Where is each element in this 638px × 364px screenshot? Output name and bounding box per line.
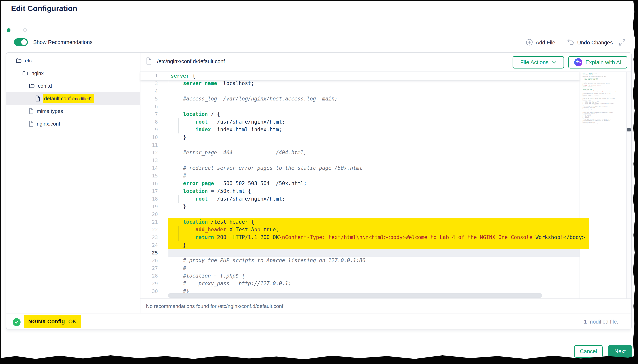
modified-files-note: 1 modified file. [584, 314, 618, 329]
file-icon [35, 96, 40, 102]
minimap[interactable]: server { listen 80 default_server; serve… [581, 73, 626, 191]
footer-divider [0, 334, 638, 334]
code-line-9: index index.html index.htm; [168, 126, 589, 134]
recommendations-footer: No recommendations found for /etc/nginx/… [141, 298, 631, 313]
tree-item-suffix: (modified) [72, 96, 92, 101]
code-line-8: root /usr/share/nginx/html; [168, 118, 589, 126]
tree-item-label: nginx.conf [37, 121, 60, 127]
line-number: 15 [141, 172, 159, 180]
next-button[interactable]: Next [608, 345, 632, 358]
code-line-12: #error_page 404 /404.html; [168, 149, 589, 156]
tree-item-nginx[interactable]: nginx [6, 67, 140, 80]
cancel-button[interactable]: Cancel [574, 345, 603, 358]
code-line-4 [168, 87, 589, 95]
step-2-dot[interactable] [23, 28, 27, 32]
toggle-knob [21, 39, 27, 45]
horizontal-scrollbar[interactable] [168, 293, 542, 298]
line-number: 25 [141, 249, 159, 256]
line-number: 18 [141, 195, 159, 203]
status-bar: NGINX Config OK 1 modified file. [6, 313, 631, 329]
code-line-29: # proxy_pass http://127.0.0.1; [168, 280, 589, 288]
code-line-6 [168, 103, 589, 110]
line-number: 9 [141, 126, 159, 134]
code-line-20 [168, 210, 589, 218]
code-editor[interactable]: 3456789101112131415161718192021222324252… [141, 72, 631, 298]
tree-item-default-conf[interactable]: default.conf(modified) [6, 92, 140, 105]
folder-icon [22, 71, 28, 76]
configuration-panel: etcnginxconf.ddefault.conf(modified)mime… [6, 52, 632, 330]
code-line-22: add_header X-Test-App true; [168, 226, 589, 234]
add-file-button[interactable]: Add File [526, 39, 555, 46]
undo-icon [567, 39, 574, 46]
code-line-25 [168, 249, 579, 256]
expand-dialog-button[interactable] [619, 39, 626, 47]
page-title: Edit Configuration [11, 4, 77, 13]
line-number: 5 [141, 95, 159, 103]
line-number: 13 [141, 156, 159, 164]
window-border-left [0, 0, 1, 364]
screenshot-tear-bottom [0, 354, 638, 364]
code-line-28: #location ~ \.php$ { [168, 272, 589, 280]
ai-sparkle-icon: ✦✦ [574, 58, 582, 66]
code-line-16: error_page 500 502 503 504 /50x.html; [168, 180, 589, 187]
tree-item-label: mime.types [37, 108, 63, 114]
explain-with-ai-button[interactable]: ✦✦ Explain with AI [568, 56, 627, 68]
tree-item-conf-d[interactable]: conf.d [6, 80, 140, 92]
window-border-top [0, 0, 638, 1]
vertical-scrollbar-track[interactable] [626, 72, 631, 298]
code-line-11 [168, 141, 589, 149]
undo-changes-button[interactable]: Undo Changes [567, 39, 613, 46]
file-actions-button[interactable]: File Actions [512, 56, 564, 68]
indent-guide [178, 118, 179, 134]
line-number: 16 [141, 180, 159, 187]
step-1-dot[interactable] [7, 28, 11, 32]
code-line-24: } [168, 241, 589, 249]
wizard-stepper [7, 28, 27, 32]
line-number: 8 [141, 118, 159, 126]
line-number: 10 [141, 134, 159, 141]
code-line-10: } [168, 134, 589, 141]
line-number: 14 [141, 164, 159, 172]
code-line-7: location / { [168, 110, 589, 118]
code-line-27: # [168, 264, 589, 272]
line-number: 24 [141, 241, 159, 249]
line-number: 28 [141, 272, 159, 280]
line-number: 4 [141, 87, 159, 95]
line-number: 29 [141, 280, 159, 288]
line-number: 27 [141, 264, 159, 272]
folder-icon [16, 58, 22, 63]
vertical-scrollbar-thumb[interactable] [627, 128, 631, 132]
file-path: /etc/nginx/conf.d/default.conf [146, 58, 225, 65]
tree-item-label: nginx [32, 70, 44, 76]
nginx-config-status-badge: NGINX Config OK [24, 315, 81, 328]
line-number: 22 [141, 226, 159, 234]
indent-guide [178, 195, 179, 203]
line-number: 30 [141, 288, 159, 295]
tree-item-nginx-conf[interactable]: nginx.conf [6, 118, 140, 130]
tree-item-label: etc [25, 58, 32, 64]
code-line-19: } [168, 203, 589, 210]
document-icon [146, 58, 152, 65]
line-number: 23 [141, 234, 159, 241]
code-line-14: # redirect server error pages to the sta… [168, 164, 589, 172]
code-lines: server_name localhost; #access_log /var/… [168, 80, 589, 295]
line-number: 7 [141, 110, 159, 118]
show-recommendations-toggle[interactable] [14, 38, 28, 46]
code-line-15: # [168, 172, 589, 180]
check-circle-icon [13, 318, 21, 327]
expand-icon [619, 39, 626, 47]
line-number: 3 [141, 80, 159, 87]
line-number-gutter: 3456789101112131415161718192021222324252… [141, 80, 159, 295]
sticky-line-number: 1 [141, 72, 159, 80]
line-number: 6 [141, 103, 159, 110]
step-connector [12, 30, 22, 30]
line-number: 17 [141, 187, 159, 195]
folder-icon [29, 83, 35, 88]
code-line-3: server_name localhost; [168, 80, 589, 87]
code-line-18: root /usr/share/nginx/html; [168, 195, 589, 203]
line-number: 21 [141, 218, 159, 226]
status-label: NGINX Config [28, 318, 65, 325]
tree-item-mime-types[interactable]: mime.types [6, 105, 140, 118]
tree-item-etc[interactable]: etc [6, 54, 140, 67]
sticky-line-code: server { [171, 72, 195, 80]
